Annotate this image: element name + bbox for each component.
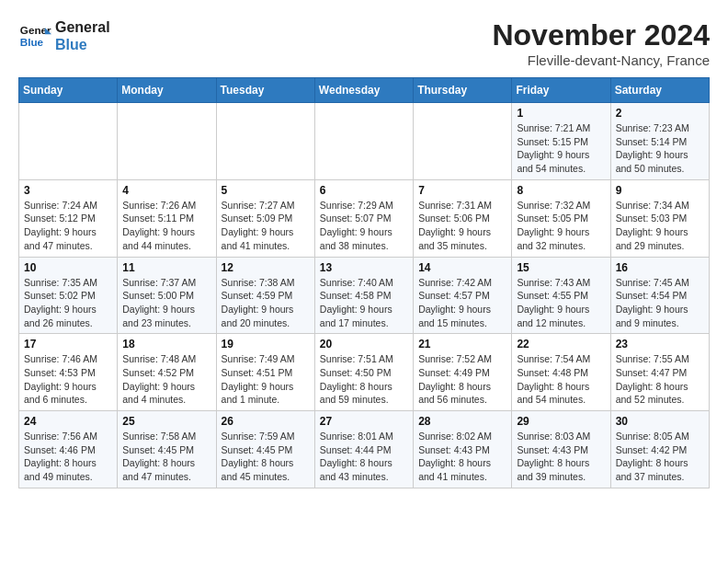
calendar-cell: [216, 103, 314, 180]
calendar-cell: 5Sunrise: 7:27 AM Sunset: 5:09 PM Daylig…: [216, 179, 314, 257]
weekday-header-monday: Monday: [118, 78, 216, 103]
day-info: Sunrise: 7:21 AM Sunset: 5:15 PM Dayligh…: [517, 121, 605, 176]
calendar-cell: 25Sunrise: 7:58 AM Sunset: 4:45 PM Dayli…: [118, 411, 216, 488]
weekday-header-tuesday: Tuesday: [216, 78, 314, 103]
day-number: 24: [24, 415, 112, 428]
calendar-cell: 12Sunrise: 7:38 AM Sunset: 4:59 PM Dayli…: [216, 257, 314, 334]
day-info: Sunrise: 7:34 AM Sunset: 5:03 PM Dayligh…: [616, 199, 704, 253]
day-number: 26: [222, 415, 310, 428]
day-number: 30: [616, 415, 704, 428]
day-number: 29: [517, 415, 605, 428]
day-number: 12: [222, 261, 310, 274]
calendar-cell: 17Sunrise: 7:46 AM Sunset: 4:53 PM Dayli…: [19, 334, 118, 411]
day-number: 16: [616, 261, 704, 274]
day-info: Sunrise: 7:40 AM Sunset: 4:58 PM Dayligh…: [320, 276, 408, 330]
day-number: 1: [517, 107, 605, 120]
day-number: 25: [122, 415, 210, 428]
calendar-cell: 4Sunrise: 7:26 AM Sunset: 5:11 PM Daylig…: [118, 179, 216, 257]
day-number: 6: [320, 184, 408, 197]
day-number: 18: [122, 338, 210, 350]
calendar-cell: 19Sunrise: 7:49 AM Sunset: 4:51 PM Dayli…: [216, 334, 314, 411]
calendar-cell: 27Sunrise: 8:01 AM Sunset: 4:44 PM Dayli…: [314, 411, 413, 488]
day-info: Sunrise: 7:54 AM Sunset: 4:48 PM Dayligh…: [517, 352, 605, 407]
day-number: 14: [418, 261, 506, 274]
day-info: Sunrise: 7:29 AM Sunset: 5:07 PM Dayligh…: [320, 199, 408, 253]
day-number: 13: [320, 261, 408, 274]
calendar-cell: 14Sunrise: 7:42 AM Sunset: 4:57 PM Dayli…: [414, 257, 512, 334]
day-number: 8: [517, 184, 605, 197]
day-info: Sunrise: 7:27 AM Sunset: 5:09 PM Dayligh…: [222, 199, 310, 253]
day-number: 19: [222, 338, 310, 350]
calendar-cell: 13Sunrise: 7:40 AM Sunset: 4:58 PM Dayli…: [314, 257, 413, 334]
logo-icon: General Blue: [18, 19, 51, 52]
day-info: Sunrise: 7:59 AM Sunset: 4:45 PM Dayligh…: [222, 430, 310, 484]
day-info: Sunrise: 8:01 AM Sunset: 4:44 PM Dayligh…: [320, 430, 408, 484]
calendar-cell: 2Sunrise: 7:23 AM Sunset: 5:14 PM Daylig…: [610, 103, 709, 180]
day-info: Sunrise: 7:58 AM Sunset: 4:45 PM Dayligh…: [122, 430, 210, 484]
calendar-cell: 11Sunrise: 7:37 AM Sunset: 5:00 PM Dayli…: [118, 257, 216, 334]
day-number: 17: [24, 338, 112, 350]
day-info: Sunrise: 7:24 AM Sunset: 5:12 PM Dayligh…: [24, 199, 112, 253]
day-info: Sunrise: 7:52 AM Sunset: 4:49 PM Dayligh…: [418, 352, 506, 407]
day-info: Sunrise: 7:38 AM Sunset: 4:59 PM Dayligh…: [222, 276, 310, 330]
day-info: Sunrise: 7:56 AM Sunset: 4:46 PM Dayligh…: [24, 430, 112, 484]
calendar-cell: 10Sunrise: 7:35 AM Sunset: 5:02 PM Dayli…: [19, 257, 118, 334]
day-number: 28: [418, 415, 506, 428]
day-info: Sunrise: 7:23 AM Sunset: 5:14 PM Dayligh…: [616, 121, 704, 176]
month-title: November 2024: [492, 18, 710, 52]
day-info: Sunrise: 8:05 AM Sunset: 4:42 PM Dayligh…: [616, 430, 704, 484]
day-info: Sunrise: 7:48 AM Sunset: 4:52 PM Dayligh…: [122, 352, 210, 407]
day-info: Sunrise: 7:31 AM Sunset: 5:06 PM Dayligh…: [418, 199, 506, 253]
weekday-header-saturday: Saturday: [610, 78, 709, 103]
calendar-cell: 9Sunrise: 7:34 AM Sunset: 5:03 PM Daylig…: [610, 179, 709, 257]
weekday-header-friday: Friday: [512, 78, 610, 103]
day-number: 2: [616, 107, 704, 120]
day-number: 10: [24, 261, 112, 274]
calendar-cell: 16Sunrise: 7:45 AM Sunset: 4:54 PM Dayli…: [610, 257, 709, 334]
day-info: Sunrise: 7:35 AM Sunset: 5:02 PM Dayligh…: [24, 276, 112, 330]
calendar-cell: 22Sunrise: 7:54 AM Sunset: 4:48 PM Dayli…: [512, 334, 610, 411]
day-info: Sunrise: 8:02 AM Sunset: 4:43 PM Dayligh…: [418, 430, 506, 484]
calendar-cell: [118, 103, 216, 180]
day-info: Sunrise: 7:51 AM Sunset: 4:50 PM Dayligh…: [320, 352, 408, 407]
day-info: Sunrise: 7:55 AM Sunset: 4:47 PM Dayligh…: [616, 352, 704, 407]
title-area: November 2024 Fleville-devant-Nancy, Fra…: [492, 18, 710, 68]
day-info: Sunrise: 7:42 AM Sunset: 4:57 PM Dayligh…: [418, 276, 506, 330]
calendar-cell: [414, 103, 512, 180]
day-number: 3: [24, 184, 112, 197]
day-number: 7: [418, 184, 506, 197]
day-number: 15: [517, 261, 605, 274]
weekday-header-thursday: Thursday: [414, 78, 512, 103]
day-number: 20: [320, 338, 408, 350]
logo: General Blue General Blue: [18, 18, 110, 53]
calendar-cell: 1Sunrise: 7:21 AM Sunset: 5:15 PM Daylig…: [512, 103, 610, 180]
logo-general: General: [55, 18, 110, 36]
logo-blue: Blue: [55, 36, 110, 53]
calendar-cell: 7Sunrise: 7:31 AM Sunset: 5:06 PM Daylig…: [414, 179, 512, 257]
day-info: Sunrise: 7:45 AM Sunset: 4:54 PM Dayligh…: [616, 276, 704, 330]
calendar-table: SundayMondayTuesdayWednesdayThursdayFrid…: [18, 77, 710, 488]
calendar-cell: 20Sunrise: 7:51 AM Sunset: 4:50 PM Dayli…: [314, 334, 413, 411]
day-info: Sunrise: 7:37 AM Sunset: 5:00 PM Dayligh…: [122, 276, 210, 330]
calendar-cell: 23Sunrise: 7:55 AM Sunset: 4:47 PM Dayli…: [610, 334, 709, 411]
calendar-cell: 8Sunrise: 7:32 AM Sunset: 5:05 PM Daylig…: [512, 179, 610, 257]
day-info: Sunrise: 8:03 AM Sunset: 4:43 PM Dayligh…: [517, 430, 605, 484]
location-title: Fleville-devant-Nancy, France: [492, 52, 710, 68]
day-number: 27: [320, 415, 408, 428]
calendar-cell: 21Sunrise: 7:52 AM Sunset: 4:49 PM Dayli…: [414, 334, 512, 411]
day-number: 23: [616, 338, 704, 350]
day-info: Sunrise: 7:43 AM Sunset: 4:55 PM Dayligh…: [517, 276, 605, 330]
day-info: Sunrise: 7:32 AM Sunset: 5:05 PM Dayligh…: [517, 199, 605, 253]
svg-text:Blue: Blue: [20, 36, 44, 48]
calendar-cell: 24Sunrise: 7:56 AM Sunset: 4:46 PM Dayli…: [19, 411, 118, 488]
page-header: General Blue General Blue November 2024 …: [18, 18, 710, 68]
calendar-cell: 18Sunrise: 7:48 AM Sunset: 4:52 PM Dayli…: [118, 334, 216, 411]
day-info: Sunrise: 7:46 AM Sunset: 4:53 PM Dayligh…: [24, 352, 112, 407]
calendar-cell: [314, 103, 413, 180]
calendar-cell: [19, 103, 118, 180]
calendar-cell: 26Sunrise: 7:59 AM Sunset: 4:45 PM Dayli…: [216, 411, 314, 488]
day-number: 21: [418, 338, 506, 350]
weekday-header-wednesday: Wednesday: [314, 78, 413, 103]
calendar-cell: 15Sunrise: 7:43 AM Sunset: 4:55 PM Dayli…: [512, 257, 610, 334]
calendar-cell: 6Sunrise: 7:29 AM Sunset: 5:07 PM Daylig…: [314, 179, 413, 257]
